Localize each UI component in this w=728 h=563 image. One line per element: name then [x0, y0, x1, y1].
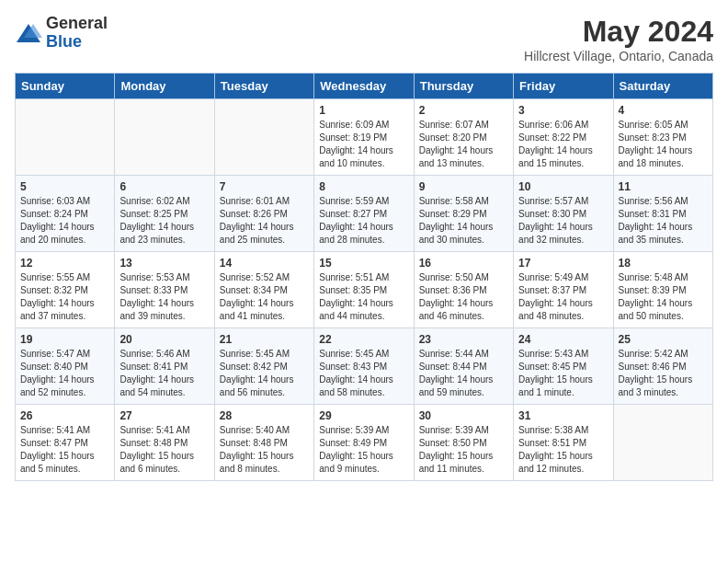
- week-row-5: 26Sunrise: 5:41 AM Sunset: 8:47 PM Dayli…: [16, 405, 713, 481]
- day-info: Sunrise: 5:57 AM Sunset: 8:30 PM Dayligh…: [518, 195, 608, 247]
- day-info: Sunrise: 5:46 AM Sunset: 8:41 PM Dayligh…: [119, 348, 209, 399]
- day-number: 30: [419, 409, 508, 422]
- calendar-cell: 14Sunrise: 5:52 AM Sunset: 8:34 PM Dayli…: [214, 252, 313, 328]
- calendar-cell: 1Sunrise: 6:09 AM Sunset: 8:19 PM Daylig…: [314, 99, 414, 176]
- weekday-header-sunday: Sunday: [16, 74, 115, 99]
- calendar-cell: 7Sunrise: 6:01 AM Sunset: 8:26 PM Daylig…: [214, 176, 313, 252]
- calendar-table: SundayMondayTuesdayWednesdayThursdayFrid…: [15, 73, 713, 481]
- day-number: 22: [319, 333, 408, 346]
- calendar-cell: [16, 99, 115, 176]
- day-info: Sunrise: 5:38 AM Sunset: 8:51 PM Dayligh…: [518, 424, 608, 476]
- day-info: Sunrise: 5:41 AM Sunset: 8:48 PM Dayligh…: [119, 424, 209, 476]
- calendar-cell: [214, 99, 313, 176]
- logo-blue-text: Blue: [46, 33, 108, 52]
- week-row-4: 19Sunrise: 5:47 AM Sunset: 8:40 PM Dayli…: [16, 328, 713, 405]
- day-number: 1: [319, 104, 408, 117]
- day-info: Sunrise: 5:53 AM Sunset: 8:33 PM Dayligh…: [119, 271, 209, 323]
- day-info: Sunrise: 5:50 AM Sunset: 8:36 PM Dayligh…: [419, 271, 508, 323]
- week-row-1: 1Sunrise: 6:09 AM Sunset: 8:19 PM Daylig…: [16, 99, 713, 176]
- calendar-cell: 27Sunrise: 5:41 AM Sunset: 8:48 PM Dayli…: [115, 405, 214, 481]
- day-number: 18: [619, 257, 708, 270]
- day-info: Sunrise: 5:55 AM Sunset: 8:32 PM Dayligh…: [20, 271, 109, 323]
- day-number: 8: [319, 180, 408, 193]
- weekday-header-monday: Monday: [115, 74, 214, 99]
- calendar-cell: [115, 99, 214, 176]
- day-number: 24: [518, 333, 608, 346]
- day-number: 28: [220, 409, 309, 422]
- weekday-header-row: SundayMondayTuesdayWednesdayThursdayFrid…: [16, 74, 713, 99]
- day-number: 9: [419, 180, 508, 193]
- calendar-cell: 25Sunrise: 5:42 AM Sunset: 8:46 PM Dayli…: [613, 328, 712, 405]
- day-info: Sunrise: 6:06 AM Sunset: 8:22 PM Dayligh…: [518, 119, 608, 170]
- day-info: Sunrise: 5:56 AM Sunset: 8:31 PM Dayligh…: [619, 195, 708, 247]
- day-info: Sunrise: 5:58 AM Sunset: 8:29 PM Dayligh…: [419, 195, 508, 247]
- calendar-cell: 13Sunrise: 5:53 AM Sunset: 8:33 PM Dayli…: [115, 252, 214, 328]
- day-number: 26: [20, 409, 109, 422]
- day-number: 4: [619, 104, 708, 117]
- logo-general-text: General: [46, 15, 108, 33]
- calendar-cell: 15Sunrise: 5:51 AM Sunset: 8:35 PM Dayli…: [314, 252, 414, 328]
- day-info: Sunrise: 6:03 AM Sunset: 8:24 PM Dayligh…: [20, 195, 109, 247]
- day-info: Sunrise: 5:41 AM Sunset: 8:47 PM Dayligh…: [20, 424, 109, 476]
- day-info: Sunrise: 5:59 AM Sunset: 8:27 PM Dayligh…: [319, 195, 408, 247]
- weekday-header-thursday: Thursday: [414, 74, 513, 99]
- calendar-cell: 5Sunrise: 6:03 AM Sunset: 8:24 PM Daylig…: [16, 176, 115, 252]
- calendar-cell: 30Sunrise: 5:39 AM Sunset: 8:50 PM Dayli…: [414, 405, 513, 481]
- calendar-cell: 9Sunrise: 5:58 AM Sunset: 8:29 PM Daylig…: [414, 176, 513, 252]
- day-number: 6: [119, 180, 209, 193]
- calendar-cell: 11Sunrise: 5:56 AM Sunset: 8:31 PM Dayli…: [613, 176, 712, 252]
- day-number: 14: [220, 257, 309, 270]
- calendar-cell: 22Sunrise: 5:45 AM Sunset: 8:43 PM Dayli…: [314, 328, 414, 405]
- logo-icon: [15, 19, 42, 47]
- day-info: Sunrise: 5:44 AM Sunset: 8:44 PM Dayligh…: [419, 348, 508, 399]
- day-number: 27: [119, 409, 209, 422]
- day-info: Sunrise: 5:40 AM Sunset: 8:48 PM Dayligh…: [220, 424, 309, 476]
- calendar-cell: 24Sunrise: 5:43 AM Sunset: 8:45 PM Dayli…: [514, 328, 613, 405]
- calendar-cell: 29Sunrise: 5:39 AM Sunset: 8:49 PM Dayli…: [314, 405, 414, 481]
- day-info: Sunrise: 6:01 AM Sunset: 8:26 PM Dayligh…: [220, 195, 309, 247]
- weekday-header-saturday: Saturday: [613, 74, 712, 99]
- calendar-cell: 12Sunrise: 5:55 AM Sunset: 8:32 PM Dayli…: [16, 252, 115, 328]
- day-info: Sunrise: 5:45 AM Sunset: 8:42 PM Dayligh…: [220, 348, 309, 399]
- calendar-cell: 3Sunrise: 6:06 AM Sunset: 8:22 PM Daylig…: [514, 99, 613, 176]
- calendar-cell: [613, 405, 712, 481]
- weekday-header-tuesday: Tuesday: [214, 74, 313, 99]
- day-info: Sunrise: 5:47 AM Sunset: 8:40 PM Dayligh…: [20, 348, 109, 399]
- calendar-cell: 17Sunrise: 5:49 AM Sunset: 8:37 PM Dayli…: [514, 252, 613, 328]
- day-number: 20: [119, 333, 209, 346]
- calendar-cell: 4Sunrise: 6:05 AM Sunset: 8:23 PM Daylig…: [613, 99, 712, 176]
- calendar-cell: 19Sunrise: 5:47 AM Sunset: 8:40 PM Dayli…: [16, 328, 115, 405]
- day-number: 13: [119, 257, 209, 270]
- day-info: Sunrise: 5:52 AM Sunset: 8:34 PM Dayligh…: [220, 271, 309, 323]
- calendar-cell: 28Sunrise: 5:40 AM Sunset: 8:48 PM Dayli…: [214, 405, 313, 481]
- day-number: 23: [419, 333, 508, 346]
- day-number: 7: [220, 180, 309, 193]
- day-number: 3: [518, 104, 608, 117]
- calendar-cell: 2Sunrise: 6:07 AM Sunset: 8:20 PM Daylig…: [414, 99, 513, 176]
- week-row-2: 5Sunrise: 6:03 AM Sunset: 8:24 PM Daylig…: [16, 176, 713, 252]
- logo: General Blue: [15, 15, 108, 52]
- day-number: 15: [319, 257, 408, 270]
- day-number: 10: [518, 180, 608, 193]
- calendar-cell: 23Sunrise: 5:44 AM Sunset: 8:44 PM Dayli…: [414, 328, 513, 405]
- day-info: Sunrise: 5:51 AM Sunset: 8:35 PM Dayligh…: [319, 271, 408, 323]
- month-title: May 2024: [524, 15, 713, 49]
- day-info: Sunrise: 5:42 AM Sunset: 8:46 PM Dayligh…: [619, 348, 708, 399]
- day-info: Sunrise: 5:39 AM Sunset: 8:49 PM Dayligh…: [319, 424, 408, 476]
- day-number: 25: [619, 333, 708, 346]
- day-info: Sunrise: 5:45 AM Sunset: 8:43 PM Dayligh…: [319, 348, 408, 399]
- day-number: 12: [20, 257, 109, 270]
- title-section: May 2024 Hillcrest Village, Ontario, Can…: [524, 15, 713, 63]
- page-header: General Blue May 2024 Hillcrest Village,…: [15, 15, 713, 63]
- day-info: Sunrise: 5:43 AM Sunset: 8:45 PM Dayligh…: [518, 348, 608, 399]
- day-info: Sunrise: 5:39 AM Sunset: 8:50 PM Dayligh…: [419, 424, 508, 476]
- calendar-cell: 8Sunrise: 5:59 AM Sunset: 8:27 PM Daylig…: [314, 176, 414, 252]
- calendar-cell: 10Sunrise: 5:57 AM Sunset: 8:30 PM Dayli…: [514, 176, 613, 252]
- week-row-3: 12Sunrise: 5:55 AM Sunset: 8:32 PM Dayli…: [16, 252, 713, 328]
- day-info: Sunrise: 5:48 AM Sunset: 8:39 PM Dayligh…: [619, 271, 708, 323]
- calendar-cell: 16Sunrise: 5:50 AM Sunset: 8:36 PM Dayli…: [414, 252, 513, 328]
- day-info: Sunrise: 6:02 AM Sunset: 8:25 PM Dayligh…: [119, 195, 209, 247]
- day-info: Sunrise: 6:07 AM Sunset: 8:20 PM Dayligh…: [419, 119, 508, 170]
- day-number: 29: [319, 409, 408, 422]
- day-number: 19: [20, 333, 109, 346]
